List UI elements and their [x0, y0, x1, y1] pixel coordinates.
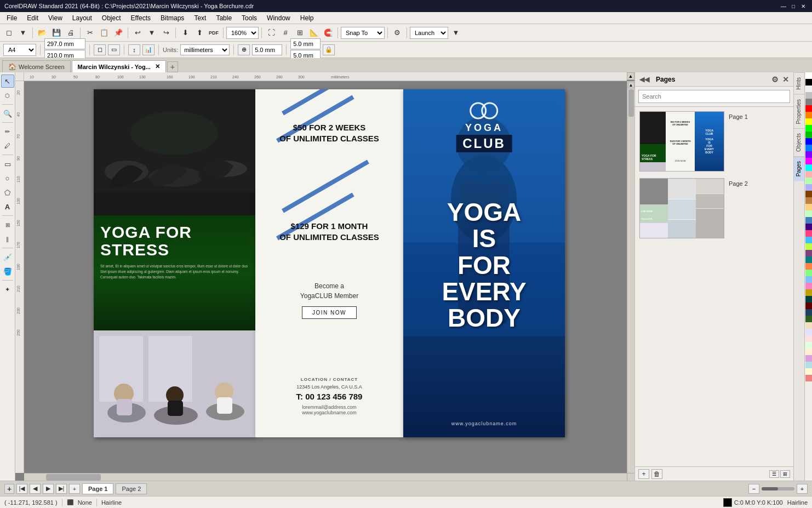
zoom-tool[interactable]: 🔍: [1, 107, 14, 120]
page-size-select[interactable]: A4: [3, 44, 36, 56]
view-rulers[interactable]: 📐: [307, 26, 321, 39]
pages-view-toggle[interactable]: ☰: [769, 470, 779, 478]
color-pale-green[interactable]: [805, 270, 812, 276]
cut-button[interactable]: ✂: [83, 26, 96, 39]
color-rose[interactable]: [805, 230, 812, 237]
canvas-drawing-area[interactable]: YOGA FORSTRESS Sit amet, Et in aliquam a…: [24, 81, 634, 481]
menu-file[interactable]: File: [2, 13, 21, 23]
pages-tab[interactable]: Pages: [794, 156, 804, 181]
color-light-coral[interactable]: [805, 375, 812, 381]
color-pale-blue[interactable]: [805, 329, 812, 335]
color-gold[interactable]: [805, 204, 812, 210]
polygon-tool[interactable]: ⬠: [1, 186, 14, 199]
color-dark-teal[interactable]: [805, 296, 812, 302]
color-lime[interactable]: [805, 125, 812, 132]
color-brown[interactable]: [805, 191, 812, 197]
scrollbar-thumb[interactable]: [628, 89, 634, 117]
color-white[interactable]: [805, 72, 812, 79]
properties-tab[interactable]: Properties: [794, 94, 804, 129]
color-magenta[interactable]: [805, 158, 812, 164]
color-orange[interactable]: [805, 112, 812, 118]
color-hot-pink[interactable]: [805, 283, 812, 289]
color-silver[interactable]: [805, 92, 812, 99]
color-cornflower[interactable]: [805, 145, 812, 151]
color-lemon[interactable]: [805, 368, 812, 375]
add-page-button[interactable]: +: [638, 469, 649, 479]
color-mint[interactable]: [805, 210, 812, 217]
page-width-input[interactable]: [44, 38, 85, 49]
color-plum-light[interactable]: [805, 355, 812, 362]
export-pdf[interactable]: PDF: [207, 26, 220, 39]
last-page-button[interactable]: +: [69, 484, 80, 494]
add-page-nav-button[interactable]: +: [4, 484, 14, 494]
page-1-tab[interactable]: Page 1: [82, 483, 113, 494]
new-from-template[interactable]: ▼: [16, 26, 30, 39]
color-dark-green[interactable]: [805, 316, 812, 322]
zoom-slider[interactable]: [762, 487, 794, 490]
color-maroon[interactable]: [805, 302, 812, 309]
new-button[interactable]: ◻: [2, 26, 15, 39]
units-select[interactable]: millimeters: [180, 44, 230, 55]
play-button[interactable]: ▶: [43, 484, 54, 494]
color-powder-blue[interactable]: [805, 362, 812, 368]
join-now-button[interactable]: JOIN NOW: [302, 306, 357, 319]
menu-object[interactable]: Object: [98, 13, 125, 23]
print-button[interactable]: 🖨: [64, 26, 77, 39]
redo-button[interactable]: ↪: [159, 26, 173, 39]
vertical-scrollbar[interactable]: ▲ ▼: [627, 81, 634, 481]
menu-bitmaps[interactable]: Bitmaps: [156, 13, 188, 23]
bleed-icon[interactable]: ↕: [128, 44, 140, 55]
view-guides[interactable]: ⊞: [293, 26, 306, 39]
parallel-tool[interactable]: ∥: [1, 232, 14, 246]
color-yellow[interactable]: [805, 118, 812, 125]
color-dark-gold[interactable]: [805, 289, 812, 296]
color-coral[interactable]: [805, 263, 812, 270]
color-light-blue[interactable]: [805, 276, 812, 283]
color-indigo[interactable]: [805, 224, 812, 230]
snap-to-select[interactable]: Snap To: [341, 27, 385, 39]
color-blue[interactable]: [805, 138, 812, 145]
eyedropper-tool[interactable]: 💉: [1, 250, 14, 264]
color-black[interactable]: [805, 79, 812, 85]
undo-dropdown[interactable]: ▼: [145, 26, 158, 39]
first-page-button[interactable]: |◀: [16, 484, 27, 494]
menu-edit[interactable]: Edit: [22, 13, 43, 23]
menu-view[interactable]: View: [44, 13, 67, 23]
color-plum[interactable]: [805, 250, 812, 256]
pages-search-input[interactable]: [638, 90, 790, 103]
color-navy[interactable]: [805, 309, 812, 316]
color-sky[interactable]: [805, 237, 812, 243]
menu-layout[interactable]: Layout: [68, 13, 96, 23]
color-cyan[interactable]: [805, 164, 812, 171]
select-tool[interactable]: ↖: [1, 75, 14, 88]
menu-tools[interactable]: Tools: [237, 13, 261, 23]
text-tool[interactable]: A: [1, 200, 14, 213]
nudge-input[interactable]: [252, 44, 282, 55]
maximize-button[interactable]: □: [789, 2, 798, 10]
scroll-up-arrow[interactable]: ▲: [628, 82, 634, 88]
color-green[interactable]: [805, 132, 812, 138]
fill-tool[interactable]: 🪣: [1, 265, 14, 278]
color-red[interactable]: [805, 105, 812, 112]
zoom-level-select[interactable]: 160% 100% 50%: [226, 27, 259, 39]
color-tan[interactable]: [805, 197, 812, 204]
zoom-out-button[interactable]: −: [748, 484, 759, 494]
horizontal-scrollbar[interactable]: [24, 473, 627, 481]
zoom-in-button[interactable]: +: [797, 484, 808, 494]
tab-add-button[interactable]: +: [167, 61, 178, 72]
page-2-tab[interactable]: Page 2: [116, 483, 147, 494]
hscrollbar-thumb[interactable]: [46, 474, 101, 481]
open-button[interactable]: 📂: [36, 26, 49, 39]
color-lavender[interactable]: [805, 184, 812, 191]
coord-x-input[interactable]: [290, 38, 321, 49]
next-page-button[interactable]: ▶|: [56, 484, 67, 494]
color-teal[interactable]: [805, 256, 812, 263]
color-peach[interactable]: [805, 349, 812, 355]
color-cream[interactable]: [805, 322, 812, 329]
menu-effects[interactable]: Effects: [127, 13, 155, 23]
launch-select[interactable]: Launch: [410, 27, 448, 39]
export-button[interactable]: ⬆: [193, 26, 206, 39]
color-light-gray[interactable]: [805, 85, 812, 92]
coord-lock-icon[interactable]: 🔒: [323, 44, 335, 55]
options-button[interactable]: ⚙: [391, 26, 404, 39]
